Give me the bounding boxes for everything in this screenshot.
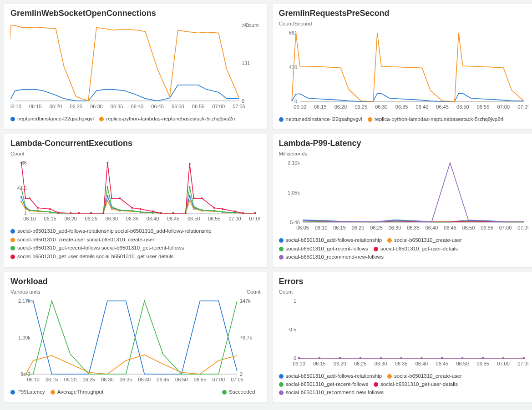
svg-text:07:00: 07:00 bbox=[213, 377, 225, 382]
legend-item[interactable]: neptunedbinstance-l22qsahgvgvl bbox=[10, 115, 94, 123]
legend: social-b6501310_add-follows-relationship… bbox=[279, 236, 529, 261]
series-line[interactable] bbox=[21, 187, 255, 214]
svg-text:06:55: 06:55 bbox=[476, 361, 489, 366]
svg-point-112 bbox=[106, 186, 108, 188]
svg-point-95 bbox=[193, 208, 195, 210]
svg-text:07:05: 07:05 bbox=[249, 216, 260, 221]
svg-point-106 bbox=[49, 211, 51, 213]
svg-point-58 bbox=[106, 195, 108, 197]
swatch-icon bbox=[279, 255, 284, 260]
svg-text:06:20: 06:20 bbox=[64, 377, 77, 382]
svg-text:2.10k: 2.10k bbox=[288, 160, 300, 165]
legend-item[interactable]: social-b6501310_get-recent-follows bbox=[279, 380, 369, 388]
svg-text:06:40: 06:40 bbox=[138, 377, 151, 382]
svg-point-140 bbox=[111, 198, 112, 200]
svg-text:06:35: 06:35 bbox=[126, 216, 139, 221]
legend-item[interactable]: social-b6501310_create-user social-b6501… bbox=[10, 235, 255, 244]
series-line[interactable] bbox=[292, 33, 524, 101]
legend-item[interactable]: replica-python-lambdas-neptunebasestack-… bbox=[368, 115, 503, 123]
unit-label-right: Count bbox=[247, 289, 261, 295]
svg-point-260 bbox=[380, 357, 381, 359]
series-line[interactable] bbox=[26, 301, 237, 374]
svg-text:1.09k: 1.09k bbox=[18, 335, 30, 340]
svg-point-153 bbox=[234, 210, 236, 212]
svg-point-155 bbox=[254, 212, 256, 214]
svg-point-147 bbox=[185, 212, 187, 214]
series-line[interactable] bbox=[21, 163, 255, 213]
svg-text:06:35: 06:35 bbox=[407, 225, 420, 230]
svg-text:06:30: 06:30 bbox=[388, 225, 401, 230]
legend-item[interactable]: social-b6501310_get-user-details bbox=[374, 245, 458, 253]
legend-item[interactable]: social-b6501310_add-follows-relationship… bbox=[10, 227, 255, 235]
panel-title: Workload bbox=[10, 277, 261, 286]
svg-text:06:15: 06:15 bbox=[44, 216, 56, 221]
svg-text:06:20: 06:20 bbox=[334, 361, 346, 366]
chart-svg[interactable]: 06:1006:1506:2006:2506:3006:3506:4006:45… bbox=[279, 28, 528, 112]
svg-point-146 bbox=[172, 212, 174, 214]
svg-point-151 bbox=[213, 207, 215, 209]
chart-area[interactable]: 06:1006:1506:2006:2506:3006:3506:4006:45… bbox=[279, 28, 529, 112]
legend-item[interactable]: social-b6501310_recommend-new-follows bbox=[279, 388, 384, 396]
svg-text:07:00: 07:00 bbox=[497, 104, 510, 110]
legend-item[interactable]: social-b6501310_add-follows-relationship bbox=[279, 372, 382, 380]
swatch-icon bbox=[10, 117, 15, 121]
chart-svg[interactable]: 06:1006:1506:2006:2506:3006:3506:4006:45… bbox=[10, 21, 260, 112]
svg-point-94 bbox=[189, 200, 191, 202]
svg-point-123 bbox=[201, 210, 203, 211]
svg-point-264 bbox=[461, 357, 463, 359]
legend-item[interactable]: social-b6501310_create-user bbox=[387, 372, 462, 380]
legend-item[interactable]: AverageThroughput bbox=[51, 388, 103, 396]
svg-text:0.5: 0.5 bbox=[289, 327, 296, 332]
legend-item[interactable]: replica-python-lambdas-neptunebasestack-… bbox=[99, 115, 235, 123]
svg-point-124 bbox=[213, 210, 215, 212]
svg-point-130 bbox=[25, 198, 26, 200]
svg-text:06:55: 06:55 bbox=[476, 104, 489, 110]
legend-item[interactable]: social-b6501310_recommend-new-follows bbox=[279, 253, 384, 261]
svg-text:06:15: 06:15 bbox=[46, 377, 58, 382]
chart-svg[interactable]: 06:1006:1506:2006:2506:3006:3506:4006:45… bbox=[10, 158, 260, 224]
legend-item[interactable]: P99Latency bbox=[10, 388, 45, 396]
series-line[interactable] bbox=[10, 85, 239, 101]
unit-label-left: Count bbox=[279, 289, 529, 295]
svg-text:06:35: 06:35 bbox=[120, 377, 132, 382]
swatch-icon bbox=[279, 238, 284, 243]
svg-point-103 bbox=[25, 206, 26, 208]
series-line[interactable] bbox=[303, 163, 524, 222]
svg-point-258 bbox=[339, 357, 340, 359]
svg-text:07:05: 07:05 bbox=[517, 104, 528, 110]
svg-text:06:55: 06:55 bbox=[192, 104, 205, 109]
series-line[interactable] bbox=[21, 196, 255, 213]
svg-text:06:25: 06:25 bbox=[370, 225, 383, 230]
legend-item[interactable]: social-b6501310_get-recent-follows socia… bbox=[10, 244, 255, 252]
chart-area[interactable]: 06:1006:1506:2006:2506:3006:3506:4006:45… bbox=[10, 158, 261, 224]
legend-item[interactable]: Succeeded bbox=[222, 388, 255, 396]
chart-svg[interactable]: 06:0506:1006:1506:2006:2506:3006:3506:40… bbox=[279, 158, 528, 233]
svg-text:06:25: 06:25 bbox=[70, 104, 82, 109]
legend-item[interactable]: social-b6501310_create-user bbox=[387, 236, 462, 244]
svg-text:06:15: 06:15 bbox=[314, 104, 326, 110]
svg-text:06:05: 06:05 bbox=[296, 225, 309, 230]
legend-item[interactable]: social-b6501310_get-user-details bbox=[374, 380, 458, 388]
legend-item[interactable]: social-b6501310_add-follows-relationship bbox=[279, 236, 382, 244]
series-line[interactable] bbox=[10, 25, 239, 101]
svg-text:07:00: 07:00 bbox=[213, 104, 225, 109]
svg-point-261 bbox=[400, 357, 402, 359]
legend-item[interactable]: social-b6501310_get-recent-follows bbox=[279, 245, 369, 253]
chart-area[interactable]: 06:1006:1506:2006:2506:3006:3506:4006:45… bbox=[10, 21, 261, 112]
series-line[interactable] bbox=[26, 301, 237, 374]
legend-item[interactable]: neptunedbinstance-l22qsahgvgvl bbox=[279, 115, 362, 123]
chart-svg[interactable]: 06:1006:1506:2006:2506:3006:3506:4006:45… bbox=[10, 296, 260, 385]
series-line[interactable] bbox=[292, 94, 524, 102]
unit-label-left: Various units bbox=[10, 289, 41, 295]
svg-point-122 bbox=[193, 206, 195, 208]
unit-label-left: Count bbox=[10, 151, 261, 156]
chart-area[interactable]: 06:1006:1506:2006:2506:3006:3506:4006:45… bbox=[279, 296, 529, 369]
chart-svg[interactable]: 06:1006:1506:2006:2506:3006:3506:4006:45… bbox=[279, 296, 528, 369]
chart-area[interactable]: 06:0506:1006:1506:2006:2506:3006:3506:40… bbox=[279, 158, 529, 233]
chart-area[interactable]: 06:1006:1506:2006:2506:3006:3506:4006:45… bbox=[10, 296, 261, 385]
dashboard: GremlinWebSocketOpenConnections Count 06… bbox=[4, 4, 532, 403]
legend-item[interactable]: social-b6501310_get-user-details social-… bbox=[10, 252, 255, 260]
series-line[interactable] bbox=[26, 355, 237, 374]
svg-text:06:30: 06:30 bbox=[375, 104, 388, 110]
swatch-icon bbox=[279, 382, 284, 387]
